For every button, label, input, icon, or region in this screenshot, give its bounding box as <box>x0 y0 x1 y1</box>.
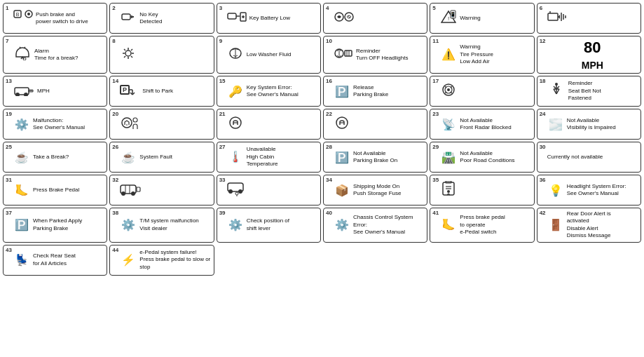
cell-number-17: 17 <box>432 78 439 84</box>
cell-icon-34: 📦 <box>334 184 350 197</box>
cell-text-41: Press brake pedal to operate e-Pedal swi… <box>460 214 505 236</box>
cell-number-4: 4 <box>326 5 329 11</box>
cell-22: 22 <box>323 109 427 140</box>
cell-19: 19⚙️Malfunction: See Owner's Manual <box>3 109 107 140</box>
svg-rect-43 <box>345 50 352 56</box>
cell-icon-31: 🦶 <box>13 184 30 197</box>
cell-icon-28: 🅿️ <box>334 151 350 164</box>
cell-icon-29: 🛣️ <box>440 151 457 164</box>
cell-text-29: Not Available Poor Road Conditions <box>460 150 514 165</box>
cell-18: 18Reminder Seat Belt Not Fastened <box>537 76 641 107</box>
cell-number-22: 22 <box>326 111 332 117</box>
cell-icon-6 <box>547 11 568 26</box>
cell-number-21: 21 <box>219 111 226 117</box>
cell-number-16: 16 <box>326 78 332 84</box>
cell-text-1: Push brake and power switch to drive <box>36 11 88 26</box>
cell-text-30: Currently not available <box>547 154 603 161</box>
cell-icon-44: ⚡ <box>120 253 137 267</box>
cell-3: 3Key Battery Low <box>217 3 321 34</box>
cell-icon-23: 📡 <box>440 118 457 131</box>
cell-number-10: 10 <box>326 38 332 44</box>
cell-number-39: 39 <box>219 210 226 216</box>
cell-text-11: Warning Tire Pressure Low Add Air <box>460 43 493 65</box>
svg-line-35 <box>131 56 132 58</box>
cell-text-24: Not Available Visibility is Impaired <box>567 117 616 132</box>
cell-text-7: Alarm Time for a break? <box>34 48 78 62</box>
cell-text-19: Malfunction: See Owner's Manual <box>33 117 85 132</box>
cell-13: 13MPH <box>3 76 107 107</box>
cell-number-3: 3 <box>219 5 222 11</box>
cell-number-19: 19 <box>6 111 12 117</box>
cell-icon-5: !📱 <box>440 10 457 27</box>
cell-icon-22 <box>334 116 350 133</box>
svg-point-73 <box>133 118 137 122</box>
cell-icon-17 <box>440 83 457 100</box>
cell-16: 16🅿️Release Parking Brake <box>323 76 427 107</box>
cell-11: 11⚠️Warning Tire Pressure Low Add Air <box>430 36 534 74</box>
cell-number-1: 1 <box>6 5 8 11</box>
cell-text-37: When Parked Apply Parking Brake <box>33 217 82 232</box>
cell-number-8: 8 <box>112 38 115 44</box>
cell-number-40: 40 <box>326 210 332 216</box>
cell-icon-35 <box>440 181 457 199</box>
svg-line-37 <box>124 56 125 58</box>
cell-25: 25☕Take a Break? <box>3 142 107 173</box>
svg-point-48 <box>24 93 28 96</box>
cell-number-18: 18 <box>540 78 546 84</box>
cell-15: 15🔑Key System Error: See Owner's Manual <box>217 76 321 107</box>
cell-icon-15: 🔑 <box>227 85 244 98</box>
svg-rect-4 <box>122 14 130 20</box>
cell-number-43: 43 <box>6 247 12 253</box>
cell-23: 23📡Not Available Front Radar Blocked <box>430 109 534 140</box>
svg-point-70 <box>555 83 558 86</box>
cell-31: 31🦶Press Brake Pedal <box>3 175 107 206</box>
cell-icon-38: ⚙️ <box>120 218 137 231</box>
cell-icon-16: 🅿️ <box>334 85 350 98</box>
cell-12: 1280MPH <box>537 36 641 74</box>
cell-7: 7Alarm Time for a break? <box>3 36 107 74</box>
svg-point-59 <box>447 88 450 91</box>
cell-icon-21 <box>227 116 244 133</box>
cell-number-23: 23 <box>432 111 439 117</box>
cell-icon-14: P <box>120 83 139 100</box>
cell-number-26: 26 <box>112 144 118 150</box>
cell-text-28: Not Available Parking Brake On <box>353 150 397 165</box>
cell-number-13: 13 <box>6 78 12 84</box>
svg-point-38 <box>125 50 131 56</box>
cell-40: 40⚙️Chassis Control System Error: See Ow… <box>323 208 427 243</box>
cell-text-2: No Key Detected <box>139 11 162 26</box>
cell-text-14: Shift to Park <box>142 88 173 95</box>
cell-text-10: Reminder Turn OFF Headlights <box>356 48 408 62</box>
cell-text-36: Headlight System Error: See Owner's Manu… <box>567 183 626 198</box>
cell-number-44: 44 <box>112 247 118 253</box>
cell-icon-41: 🦶 <box>440 218 457 231</box>
cell-icon-19: ⚙️ <box>13 118 30 131</box>
cell-4: 4 <box>323 3 427 34</box>
svg-point-80 <box>131 191 135 196</box>
cell-text-39: Check position of shift lever <box>247 217 289 232</box>
cell-text-43: Check Rear Seat for All Articles <box>33 252 76 267</box>
cell-text-34: Shipping Mode On Push Storage Fuse <box>353 183 401 198</box>
cell-24: 24🌫️Not Available Visibility is Impaired <box>537 109 641 140</box>
cell-icon-32 <box>120 182 141 198</box>
cell-27: 27🌡️Unavailable High Cabin Temperature <box>217 142 321 173</box>
cell-icon-3 <box>227 11 247 26</box>
svg-text:!: ! <box>448 15 449 22</box>
svg-line-36 <box>131 49 132 50</box>
cell-text-26: System Fault <box>139 154 172 161</box>
cell-icon-8 <box>120 46 137 63</box>
svg-text:📱: 📱 <box>450 11 456 18</box>
cell-6: 6 <box>537 3 641 34</box>
cell-number-41: 41 <box>432 210 439 216</box>
cell-32: 32 <box>109 175 214 206</box>
svg-point-47 <box>15 93 20 96</box>
svg-point-79 <box>121 191 125 196</box>
cell-text-13: MPH <box>37 88 50 95</box>
cell-number-24: 24 <box>540 111 546 117</box>
cell-number-29: 29 <box>432 144 439 150</box>
cell-21: 21 <box>217 109 321 140</box>
cell-icon-25: ☕ <box>13 151 30 164</box>
cell-icon-42: 🚪 <box>547 218 564 231</box>
cell-number-15: 15 <box>219 78 226 84</box>
cell-text-25: Take a Break? <box>33 154 69 161</box>
